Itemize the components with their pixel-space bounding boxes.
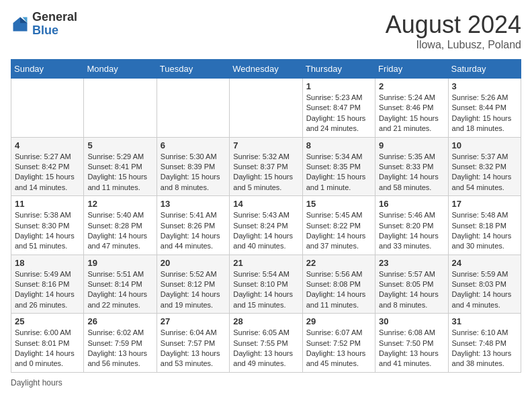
day-info: Sunrise: 5:26 AM Sunset: 8:44 PM Dayligh… — [452, 93, 517, 134]
calendar-week-row: 25Sunrise: 6:00 AM Sunset: 8:01 PM Dayli… — [11, 314, 521, 373]
calendar-cell — [11, 79, 84, 138]
day-number: 24 — [452, 258, 517, 268]
calendar-week-row: 18Sunrise: 5:49 AM Sunset: 8:16 PM Dayli… — [11, 255, 521, 314]
day-number: 20 — [161, 258, 226, 268]
weekday-header-saturday: Saturday — [448, 60, 521, 79]
day-number: 27 — [161, 316, 226, 326]
day-info: Sunrise: 5:32 AM Sunset: 8:37 PM Dayligh… — [233, 152, 298, 193]
calendar-cell: 1Sunrise: 5:23 AM Sunset: 8:47 PM Daylig… — [302, 79, 375, 138]
day-number: 18 — [15, 258, 80, 268]
calendar-cell: 13Sunrise: 5:41 AM Sunset: 8:26 PM Dayli… — [157, 196, 229, 255]
location-subtitle: Ilowa, Lubusz, Poland — [386, 39, 521, 51]
day-number: 21 — [233, 258, 298, 268]
logo: General Blue — [11, 11, 77, 38]
day-number: 5 — [87, 140, 152, 150]
day-info: Sunrise: 5:56 AM Sunset: 8:08 PM Dayligh… — [306, 269, 371, 311]
calendar-cell: 5Sunrise: 5:29 AM Sunset: 8:41 PM Daylig… — [84, 137, 157, 196]
logo-text: General Blue — [32, 11, 77, 38]
day-info: Sunrise: 5:43 AM Sunset: 8:24 PM Dayligh… — [233, 210, 298, 252]
calendar-cell: 18Sunrise: 5:49 AM Sunset: 8:16 PM Dayli… — [11, 255, 84, 314]
calendar-cell: 24Sunrise: 5:59 AM Sunset: 8:03 PM Dayli… — [448, 255, 521, 314]
day-info: Sunrise: 5:45 AM Sunset: 8:22 PM Dayligh… — [306, 210, 371, 252]
day-info: Sunrise: 5:46 AM Sunset: 8:20 PM Dayligh… — [379, 210, 444, 252]
day-number: 6 — [161, 140, 226, 150]
month-year-title: August 2024 — [386, 11, 521, 39]
title-section: August 2024 Ilowa, Lubusz, Poland — [386, 11, 521, 51]
day-info: Sunrise: 5:41 AM Sunset: 8:26 PM Dayligh… — [161, 210, 226, 252]
day-info: Sunrise: 5:48 AM Sunset: 8:18 PM Dayligh… — [452, 210, 517, 252]
calendar-cell: 30Sunrise: 6:08 AM Sunset: 7:50 PM Dayli… — [375, 314, 448, 373]
day-info: Sunrise: 5:23 AM Sunset: 8:47 PM Dayligh… — [306, 93, 371, 134]
day-info: Sunrise: 6:10 AM Sunset: 7:48 PM Dayligh… — [452, 328, 517, 369]
day-number: 28 — [233, 316, 298, 326]
day-info: Sunrise: 5:52 AM Sunset: 8:12 PM Dayligh… — [161, 269, 226, 311]
calendar-week-row: 4Sunrise: 5:27 AM Sunset: 8:42 PM Daylig… — [11, 137, 521, 196]
calendar-cell: 20Sunrise: 5:52 AM Sunset: 8:12 PM Dayli… — [157, 255, 229, 314]
day-number: 4 — [15, 140, 80, 150]
calendar-cell: 15Sunrise: 5:45 AM Sunset: 8:22 PM Dayli… — [302, 196, 375, 255]
day-number: 7 — [233, 140, 298, 150]
calendar-cell: 31Sunrise: 6:10 AM Sunset: 7:48 PM Dayli… — [448, 314, 521, 373]
day-info: Sunrise: 5:37 AM Sunset: 8:32 PM Dayligh… — [452, 152, 517, 193]
logo-blue-text: Blue — [32, 24, 77, 38]
day-number: 14 — [233, 199, 298, 209]
day-number: 19 — [87, 258, 152, 268]
day-number: 25 — [15, 316, 80, 326]
logo-icon — [11, 15, 30, 34]
calendar-cell — [157, 79, 229, 138]
day-info: Sunrise: 5:35 AM Sunset: 8:33 PM Dayligh… — [379, 152, 444, 193]
calendar-cell: 16Sunrise: 5:46 AM Sunset: 8:20 PM Dayli… — [375, 196, 448, 255]
calendar-cell: 28Sunrise: 6:05 AM Sunset: 7:55 PM Dayli… — [230, 314, 302, 373]
calendar-cell: 25Sunrise: 6:00 AM Sunset: 8:01 PM Dayli… — [11, 314, 84, 373]
day-number: 10 — [452, 140, 517, 150]
calendar-cell — [84, 79, 157, 138]
calendar-header-row: SundayMondayTuesdayWednesdayThursdayFrid… — [11, 60, 521, 79]
day-info: Sunrise: 5:57 AM Sunset: 8:05 PM Dayligh… — [379, 269, 444, 311]
day-number: 16 — [379, 199, 444, 209]
weekday-header-monday: Monday — [84, 60, 157, 79]
day-number: 3 — [452, 81, 517, 91]
day-info: Sunrise: 6:07 AM Sunset: 7:52 PM Dayligh… — [306, 328, 371, 369]
calendar-cell: 10Sunrise: 5:37 AM Sunset: 8:32 PM Dayli… — [448, 137, 521, 196]
day-info: Sunrise: 6:08 AM Sunset: 7:50 PM Dayligh… — [379, 328, 444, 369]
day-number: 23 — [379, 258, 444, 268]
day-number: 13 — [161, 199, 226, 209]
day-info: Sunrise: 5:27 AM Sunset: 8:42 PM Dayligh… — [15, 152, 80, 193]
day-info: Sunrise: 5:30 AM Sunset: 8:39 PM Dayligh… — [161, 152, 226, 193]
calendar-table: SundayMondayTuesdayWednesdayThursdayFrid… — [11, 59, 521, 373]
day-number: 15 — [306, 199, 371, 209]
day-number: 8 — [306, 140, 371, 150]
calendar-cell: 6Sunrise: 5:30 AM Sunset: 8:39 PM Daylig… — [157, 137, 229, 196]
calendar-cell: 21Sunrise: 5:54 AM Sunset: 8:10 PM Dayli… — [230, 255, 302, 314]
calendar-cell: 4Sunrise: 5:27 AM Sunset: 8:42 PM Daylig… — [11, 137, 84, 196]
day-info: Sunrise: 5:29 AM Sunset: 8:41 PM Dayligh… — [87, 152, 152, 193]
day-number: 1 — [306, 81, 371, 91]
calendar-cell: 8Sunrise: 5:34 AM Sunset: 8:35 PM Daylig… — [302, 137, 375, 196]
day-number: 29 — [306, 316, 371, 326]
calendar-cell: 14Sunrise: 5:43 AM Sunset: 8:24 PM Dayli… — [230, 196, 302, 255]
page-header: General Blue August 2024 Ilowa, Lubusz, … — [11, 11, 521, 51]
day-info: Sunrise: 5:34 AM Sunset: 8:35 PM Dayligh… — [306, 152, 371, 193]
day-info: Sunrise: 5:54 AM Sunset: 8:10 PM Dayligh… — [233, 269, 298, 311]
day-info: Sunrise: 6:05 AM Sunset: 7:55 PM Dayligh… — [233, 328, 298, 369]
day-info: Sunrise: 6:04 AM Sunset: 7:57 PM Dayligh… — [161, 328, 226, 369]
calendar-cell: 17Sunrise: 5:48 AM Sunset: 8:18 PM Dayli… — [448, 196, 521, 255]
day-number: 30 — [379, 316, 444, 326]
daylight-label: Daylight hours — [11, 378, 62, 387]
calendar-cell: 9Sunrise: 5:35 AM Sunset: 8:33 PM Daylig… — [375, 137, 448, 196]
calendar-week-row: 1Sunrise: 5:23 AM Sunset: 8:47 PM Daylig… — [11, 79, 521, 138]
day-number: 2 — [379, 81, 444, 91]
weekday-header-tuesday: Tuesday — [157, 60, 229, 79]
day-number: 17 — [452, 199, 517, 209]
day-info: Sunrise: 6:00 AM Sunset: 8:01 PM Dayligh… — [15, 328, 80, 369]
calendar-cell: 26Sunrise: 6:02 AM Sunset: 7:59 PM Dayli… — [84, 314, 157, 373]
weekday-header-sunday: Sunday — [11, 60, 84, 79]
weekday-header-wednesday: Wednesday — [230, 60, 302, 79]
calendar-cell: 2Sunrise: 5:24 AM Sunset: 8:46 PM Daylig… — [375, 79, 448, 138]
footer: Daylight hours — [11, 378, 521, 387]
calendar-cell: 19Sunrise: 5:51 AM Sunset: 8:14 PM Dayli… — [84, 255, 157, 314]
weekday-header-friday: Friday — [375, 60, 448, 79]
calendar-cell: 3Sunrise: 5:26 AM Sunset: 8:44 PM Daylig… — [448, 79, 521, 138]
calendar-cell: 11Sunrise: 5:38 AM Sunset: 8:30 PM Dayli… — [11, 196, 84, 255]
day-number: 22 — [306, 258, 371, 268]
